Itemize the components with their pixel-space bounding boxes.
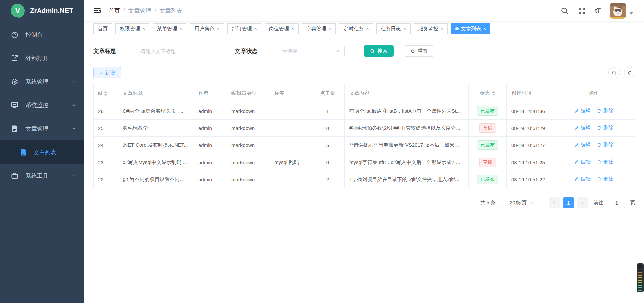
- sort-icon[interactable]: [104, 91, 107, 96]
- search-button-label: 搜索: [377, 48, 387, 54]
- tab-user-role[interactable]: 用户角色 ×: [190, 23, 224, 34]
- close-icon[interactable]: ×: [179, 26, 182, 31]
- delete-button[interactable]: 删除: [597, 125, 613, 131]
- reset-button-label: 重置: [418, 48, 428, 54]
- tab-cron-task[interactable]: 定时任务 ×: [339, 23, 373, 34]
- add-button-label: 新增: [105, 70, 115, 76]
- cell-title: C#两个list集合实现关联，...: [118, 102, 194, 120]
- edit-button[interactable]: 编辑: [574, 142, 591, 148]
- edit-button[interactable]: 编辑: [574, 125, 591, 131]
- top-bar: 首页 / 文章管理 / 文章列表 tT: [84, 0, 644, 21]
- cell-editor: markdown: [227, 154, 270, 171]
- cell-created: 08-19 10:51:29: [507, 120, 552, 137]
- cell-status: 已发布: [469, 102, 507, 120]
- cell-title: .NET Core 发布时提示.NET...: [118, 137, 194, 154]
- edit-button[interactable]: 编辑: [574, 107, 591, 114]
- sidebar-item-article-admin[interactable]: 文章管理: [0, 117, 84, 140]
- sidebar-item-system-admin[interactable]: 系统管理: [0, 70, 84, 93]
- tab-menu-admin[interactable]: 菜单管理 ×: [153, 23, 186, 34]
- edit-button[interactable]: 编辑: [574, 176, 591, 182]
- close-icon[interactable]: ×: [142, 26, 145, 31]
- delete-button[interactable]: 删除: [597, 107, 613, 114]
- close-icon[interactable]: ×: [403, 26, 406, 31]
- table-row: 22 git 为不同的项目设置不同... admin markdown 2 1，…: [94, 171, 635, 188]
- toggle-search-icon[interactable]: [608, 67, 620, 78]
- sidebar-collapse-icon[interactable]: [84, 7, 109, 15]
- tab-post-admin[interactable]: 岗位管理 ×: [265, 23, 299, 34]
- cell-actions: 编辑删除: [552, 137, 635, 154]
- chevron-up-icon: [72, 126, 76, 131]
- main-area: 首页 / 文章管理 / 文章列表 tT: [84, 0, 644, 303]
- page-size-select[interactable]: 20条/页: [501, 197, 543, 208]
- fullscreen-icon[interactable]: [578, 7, 586, 15]
- sidebar-item-label: 系统监控: [25, 101, 48, 109]
- tab-label: 文章列表: [461, 26, 481, 32]
- goto-page-input[interactable]: [609, 197, 625, 208]
- sidebar-item-label: 外部打开: [25, 54, 48, 62]
- sort-icon[interactable]: [492, 91, 495, 96]
- next-page-button[interactable]: [577, 197, 588, 208]
- app-root: V ZrAdmin.NET 控制台 外部打开 系统管理: [0, 0, 644, 303]
- tab-service-monitor[interactable]: 服务监控 ×: [414, 23, 448, 34]
- sidebar-item-system-tools[interactable]: 系统工具: [0, 164, 84, 187]
- add-button[interactable]: + 新增: [93, 67, 121, 78]
- cell-tags: [270, 120, 311, 137]
- page-number-button[interactable]: 1: [563, 197, 574, 208]
- refresh-icon[interactable]: [624, 67, 635, 78]
- delete-button[interactable]: 删除: [597, 159, 613, 165]
- close-icon[interactable]: ×: [441, 26, 443, 31]
- breadcrumb-item-article-admin[interactable]: 文章管理: [128, 7, 151, 15]
- close-icon[interactable]: ×: [366, 26, 369, 31]
- tab-dict-admin[interactable]: 字典管理 ×: [302, 23, 336, 34]
- cell-id: 24: [94, 137, 118, 154]
- external-link-icon: [11, 54, 19, 62]
- sidebar-item-label: 文章列表: [34, 148, 56, 156]
- sidebar-item-label: 控制台: [25, 31, 43, 39]
- tab-permission[interactable]: 权限管理 ×: [115, 23, 149, 34]
- breadcrumb-item-home[interactable]: 首页: [109, 7, 120, 15]
- tab-article-list[interactable]: 文章列表 ×: [451, 23, 490, 34]
- page-unit-label: 页: [630, 200, 635, 206]
- user-menu[interactable]: [610, 3, 633, 19]
- cell-clicks: 0: [311, 120, 345, 137]
- edit-button[interactable]: 编辑: [574, 159, 591, 165]
- close-icon[interactable]: ×: [483, 26, 486, 31]
- sidebar-item-external-open[interactable]: 外部打开: [0, 46, 84, 70]
- close-icon[interactable]: ×: [291, 26, 294, 31]
- tab-department[interactable]: 部门管理 ×: [227, 23, 261, 34]
- table-row: 26 C#两个list集合实现关联，... admin markdown 1 有…: [94, 102, 635, 120]
- file-icon: [19, 148, 28, 156]
- sidebar-item-dashboard[interactable]: 控制台: [0, 23, 84, 46]
- cell-title: 羽毛球教学: [118, 120, 194, 137]
- prev-page-button[interactable]: [549, 197, 560, 208]
- font-size-icon[interactable]: tT: [595, 7, 600, 14]
- article-title-input[interactable]: [136, 45, 207, 57]
- search-button[interactable]: 搜索: [364, 45, 394, 57]
- close-icon[interactable]: ×: [217, 26, 219, 31]
- tab-home[interactable]: 首页: [93, 23, 112, 34]
- app-logo[interactable]: V ZrAdmin.NET: [0, 0, 84, 21]
- chevron-down-icon: [335, 49, 340, 53]
- cell-author: admin: [194, 102, 227, 120]
- column-header-status[interactable]: 状态: [469, 84, 507, 102]
- close-icon[interactable]: ×: [329, 26, 331, 31]
- article-status-select[interactable]: 请选择: [277, 45, 345, 57]
- monitor-icon: [11, 101, 19, 109]
- avatar[interactable]: [610, 3, 626, 19]
- search-icon[interactable]: [561, 7, 569, 15]
- tab-label: 定时任务: [343, 26, 364, 32]
- cell-title: git 为不同的项目设置不同...: [118, 171, 194, 188]
- sidebar-item-system-monitor[interactable]: 系统监控: [0, 93, 84, 117]
- cell-created: 08-18 14:41:36: [507, 102, 552, 120]
- tab-task-log[interactable]: 任务日志 ×: [376, 23, 410, 34]
- column-header-author: 作者: [194, 84, 227, 102]
- delete-button[interactable]: 删除: [597, 142, 613, 148]
- breadcrumb: 首页 / 文章管理 / 文章列表: [109, 7, 182, 15]
- chevron-down-icon: [531, 201, 535, 205]
- reset-button[interactable]: 重置: [404, 45, 434, 57]
- close-icon[interactable]: ×: [254, 26, 257, 31]
- column-header-id[interactable]: id: [94, 84, 118, 102]
- sidebar-item-article-list[interactable]: 文章列表: [0, 140, 84, 164]
- delete-button[interactable]: 删除: [597, 176, 613, 182]
- page-size-value: 20条/页: [509, 200, 527, 206]
